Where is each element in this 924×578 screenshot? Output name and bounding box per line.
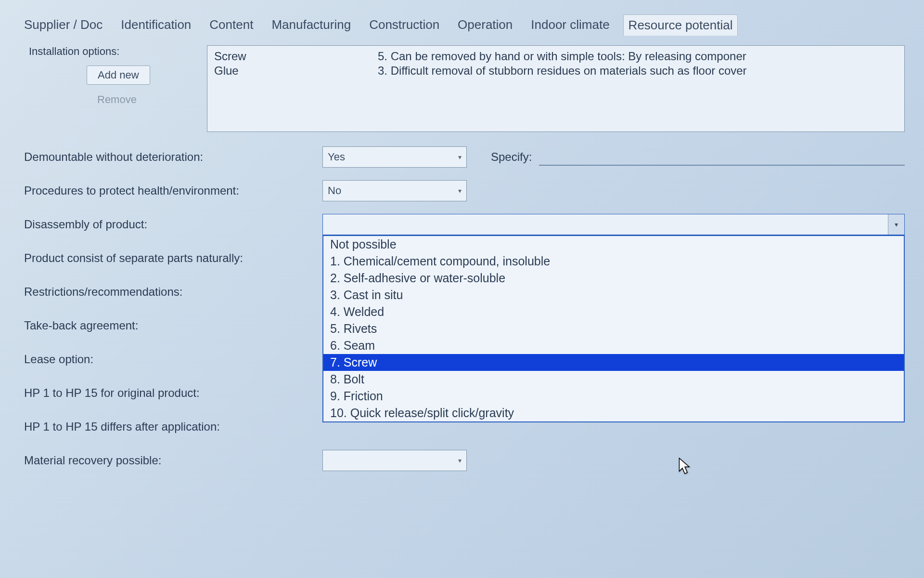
takeback-label: Take-back agreement: [24, 319, 322, 332]
specify-label: Specify: [491, 150, 532, 164]
tab-indoor-climate[interactable]: Indoor climate [526, 14, 614, 36]
dropdown-option[interactable]: Not possible [323, 236, 904, 253]
specify-input[interactable] [539, 148, 905, 166]
material-recovery-select[interactable]: ▾ [322, 450, 467, 471]
restrictions-label: Restrictions/recommendations: [24, 285, 322, 299]
dropdown-option[interactable]: 2. Self-adhesive or water-soluble [323, 270, 904, 287]
dropdown-option[interactable]: 3. Cast in situ [323, 287, 904, 303]
hp-original-label: HP 1 to HP 15 for original product: [24, 386, 322, 400]
chevron-down-icon[interactable]: ▾ [888, 214, 904, 235]
lease-option-label: Lease option: [24, 353, 322, 366]
tab-bar: Supplier / Doc Identification Content Ma… [19, 14, 905, 36]
hp-differs-label: HP 1 to HP 15 differs after application: [24, 420, 322, 434]
separate-parts-label: Product consist of separate parts natura… [24, 251, 322, 265]
dropdown-option-highlighted[interactable]: 7. Screw [323, 354, 904, 371]
tab-operation[interactable]: Operation [453, 14, 517, 36]
dropdown-option[interactable]: 4. Welded [323, 303, 904, 320]
dropdown-option[interactable]: 1. Chemical/cement compound, insoluble [323, 253, 904, 270]
demountable-select[interactable]: Yes ▾ [322, 146, 467, 168]
tab-resource-potential[interactable]: Resource potential [623, 14, 738, 36]
install-item-name: Screw [214, 50, 378, 63]
chevron-down-icon: ▾ [458, 457, 462, 464]
material-recovery-label: Material recovery possible: [24, 454, 322, 467]
demountable-value: Yes [328, 151, 345, 163]
tab-content[interactable]: Content [205, 14, 258, 36]
dropdown-option[interactable]: 5. Rivets [323, 320, 904, 337]
install-item-name: Glue [214, 64, 378, 78]
dropdown-option[interactable]: 6. Seam [323, 337, 904, 354]
dropdown-option[interactable]: 10. Quick release/split click/gravity [323, 405, 904, 421]
dropdown-option[interactable]: 9. Friction [323, 388, 904, 405]
add-new-button[interactable]: Add new [87, 66, 150, 85]
dropdown-option[interactable]: 8. Bolt [323, 371, 904, 388]
tab-construction[interactable]: Construction [364, 14, 444, 36]
disassembly-dropdown-list: Not possible 1. Chemical/cement compound… [322, 235, 905, 422]
remove-button[interactable]: Remove [87, 91, 147, 109]
mouse-cursor-icon [679, 458, 691, 475]
disassembly-label: Disassembly of product: [24, 218, 322, 231]
procedures-label: Procedures to protect health/environment… [24, 184, 322, 197]
chevron-down-icon: ▾ [458, 153, 462, 161]
procedures-select[interactable]: No ▾ [322, 180, 467, 201]
install-item-desc: 3. Difficult removal of stubborn residue… [378, 64, 898, 78]
chevron-down-icon: ▾ [458, 187, 462, 195]
installation-options-list[interactable]: Screw Glue 5. Can be removed by hand or … [207, 45, 905, 132]
disassembly-select[interactable]: ▾ [322, 214, 905, 235]
installation-options-label: Installation options: [29, 45, 119, 58]
demountable-label: Demountable without deterioration: [24, 150, 322, 164]
installation-options-section: Installation options: Add new Remove Scr… [19, 45, 905, 132]
procedures-value: No [328, 184, 341, 197]
tab-manufacturing[interactable]: Manufacturing [267, 14, 356, 36]
tab-identification[interactable]: Identification [116, 14, 196, 36]
install-item-desc: 5. Can be removed by hand or with simple… [378, 50, 898, 63]
tab-supplier-doc[interactable]: Supplier / Doc [19, 14, 107, 36]
